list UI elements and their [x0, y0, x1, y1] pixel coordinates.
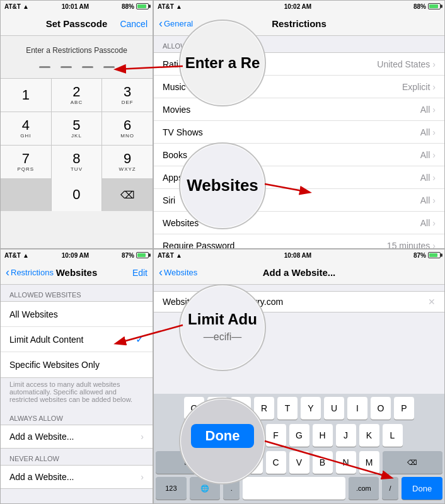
- back-label-3: Restrictions: [11, 268, 54, 277]
- row-websites[interactable]: Websites All ›: [154, 212, 444, 234]
- battery-icon-1: [136, 3, 149, 9]
- key-y[interactable]: Y: [301, 397, 321, 420]
- key-dot[interactable]: .: [223, 477, 240, 500]
- key-empty-left: [1, 178, 51, 211]
- key-slash[interactable]: /: [382, 477, 398, 500]
- edit-button-3[interactable]: Edit: [132, 268, 147, 278]
- key-shift[interactable]: ⇧: [156, 451, 216, 474]
- key-o[interactable]: O: [371, 397, 391, 420]
- add-website-always[interactable]: Add a Website... ›: [1, 425, 153, 449]
- key-zero-row: 0 ⌫: [1, 178, 153, 211]
- key-5[interactable]: 5 JKL: [52, 112, 102, 145]
- website-value[interactable]: www.crackberry.com: [202, 297, 423, 307]
- key-1[interactable]: 1: [1, 79, 51, 112]
- key-h[interactable]: H: [313, 424, 333, 447]
- row-music[interactable]: Music & Podcasts Explicit ›: [154, 76, 444, 98]
- key-t[interactable]: T: [277, 397, 298, 420]
- key-globe[interactable]: 🌐: [190, 477, 221, 500]
- key-8[interactable]: 8 TUV: [52, 146, 102, 178]
- battery-pct-3: 87%: [122, 252, 134, 259]
- row-tvshows[interactable]: TV Shows All ›: [154, 121, 444, 144]
- option-limit-adult[interactable]: Limit Adult Content ✓: [1, 327, 153, 352]
- allowed-websites-header: ALLOWED WEBSITES: [1, 285, 153, 301]
- keypad: 1 2 ABC 3 DEF 4 GHI 5 JKL 6 MNO: [1, 79, 153, 178]
- cancel-button-1[interactable]: Cancel: [120, 19, 147, 29]
- time-1: 10:01 AM: [62, 3, 90, 10]
- never-allow-header: NEVER ALLOW: [1, 449, 153, 465]
- back-label-4: Websites: [164, 268, 197, 277]
- clear-button[interactable]: ✕: [428, 297, 436, 307]
- row-require-password[interactable]: Require Password 15 minutes ›: [154, 234, 444, 249]
- time-2: 10:02 AM: [284, 3, 312, 10]
- key-f[interactable]: F: [266, 424, 286, 447]
- back-button-2[interactable]: ‹ General: [159, 18, 193, 29]
- main-grid: AT&T ▲ 10:01 AM 88% Cancel Set Passcode …: [0, 0, 445, 504]
- row-books[interactable]: Books All ›: [154, 144, 444, 166]
- row-movies[interactable]: Movies All ›: [154, 98, 444, 121]
- key-0[interactable]: 0: [52, 178, 102, 211]
- key-m[interactable]: M: [359, 451, 379, 474]
- option-all-websites[interactable]: All Websites: [1, 302, 153, 327]
- key-e[interactable]: E: [231, 397, 251, 420]
- option-specific-websites[interactable]: Specific Websites Only: [1, 352, 153, 377]
- restrictions-list: Ratings For United States › Music & Podc…: [154, 52, 444, 249]
- key-u[interactable]: U: [324, 397, 344, 420]
- key-k[interactable]: K: [359, 424, 379, 447]
- key-v[interactable]: V: [289, 451, 309, 474]
- done-button-kb[interactable]: Done: [402, 477, 442, 500]
- checkmark-limit-adult: ✓: [136, 333, 144, 345]
- key-l[interactable]: L: [383, 424, 403, 447]
- key-space[interactable]: [243, 477, 345, 500]
- allowed-content-header: ALLOWED CONTENT:: [154, 36, 444, 52]
- key-s[interactable]: S: [219, 424, 240, 447]
- key-delete[interactable]: ⌫: [102, 178, 153, 211]
- key-d[interactable]: D: [243, 424, 263, 447]
- nav-title-3: Websites: [56, 267, 98, 278]
- key-g[interactable]: G: [289, 424, 309, 447]
- key-q[interactable]: Q: [184, 397, 204, 420]
- add-website-never[interactable]: Add a Website... ›: [1, 465, 153, 489]
- kb-bottom-row: 123 🌐 . .com / Done: [154, 475, 444, 503]
- cell-add-website: AT&T ▲ 10:08 AM 87% ‹ Websites Add a Web…: [153, 249, 445, 504]
- key-3[interactable]: 3 DEF: [102, 79, 153, 112]
- key-j[interactable]: J: [336, 424, 356, 447]
- key-a[interactable]: A: [196, 424, 216, 447]
- battery-pct-2: 88%: [413, 3, 426, 10]
- back-button-3[interactable]: ‹ Restrictions: [6, 267, 54, 278]
- key-backspace[interactable]: ⌫: [383, 451, 443, 474]
- key-r[interactable]: R: [254, 397, 274, 420]
- key-4[interactable]: 4 GHI: [1, 112, 51, 145]
- nav-title-1: Set Passcode: [46, 18, 108, 29]
- limit-adult-note: Limit access to many adult websites auto…: [1, 378, 153, 408]
- row-ratings[interactable]: Ratings For United States ›: [154, 53, 444, 76]
- key-6[interactable]: 6 MNO: [102, 112, 153, 145]
- row-apps[interactable]: Apps All ›: [154, 166, 444, 189]
- key-z[interactable]: Z: [219, 451, 240, 474]
- nav-title-2: Restrictions: [272, 18, 327, 29]
- key-7[interactable]: 7 PQRS: [1, 146, 51, 178]
- status-bar-4: AT&T ▲ 10:08 AM 87%: [154, 249, 444, 261]
- key-com[interactable]: .com: [349, 477, 379, 500]
- key-w[interactable]: W: [207, 397, 228, 420]
- row-siri[interactable]: Siri All ›: [154, 189, 444, 212]
- passcode-instruction: Enter a Restrictions Passcode: [1, 36, 153, 60]
- key-c[interactable]: C: [266, 451, 286, 474]
- wifi-icon-1: ▲: [23, 3, 29, 10]
- website-input-row: Website www.crackberry.com ✕: [154, 291, 444, 312]
- time-3: 10:09 AM: [62, 252, 90, 259]
- key-2[interactable]: 2 ABC: [52, 79, 102, 112]
- key-x[interactable]: X: [243, 451, 263, 474]
- spacer-4: [154, 285, 444, 291]
- passcode-dots: [1, 60, 153, 78]
- key-b[interactable]: B: [313, 451, 333, 474]
- key-i[interactable]: I: [347, 397, 367, 420]
- key-p[interactable]: P: [394, 397, 414, 420]
- key-n[interactable]: N: [336, 451, 356, 474]
- battery-pct-4: 87%: [413, 252, 426, 259]
- kb-row-3: ⇧ Z X C V B N M ⌫: [154, 448, 444, 475]
- nav-title-4: Add a Website...: [263, 267, 336, 278]
- key-123[interactable]: 123: [156, 477, 187, 500]
- key-9[interactable]: 9 WXYZ: [102, 146, 153, 178]
- back-button-4[interactable]: ‹ Websites: [159, 267, 197, 278]
- carrier-2: AT&T: [158, 3, 174, 10]
